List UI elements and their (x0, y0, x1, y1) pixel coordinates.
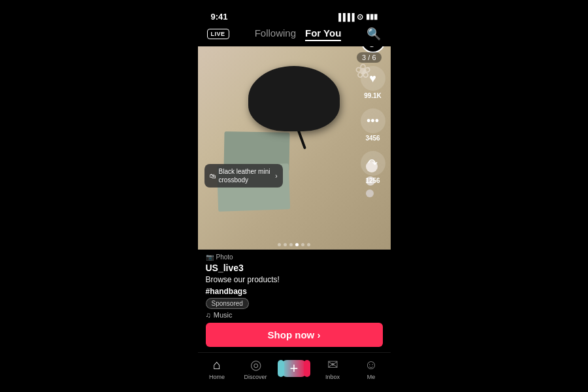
home-icon: ⌂ (213, 357, 221, 372)
music-label: ♫ Music (206, 311, 383, 319)
battery-icon: ▮▮▮ (366, 12, 378, 21)
product-tag-icon: 🛍 (210, 172, 216, 180)
inbox-icon: ✉ (327, 357, 338, 372)
nav-home[interactable]: ⌂ Home (204, 357, 230, 380)
music-icon: ♫ (206, 311, 211, 319)
dot-4 (295, 243, 299, 246)
bottom-info: 📷 Photo US_live3 Browse our products! #h… (198, 250, 391, 352)
home-label: Home (209, 374, 225, 380)
like-count: 99.1K (364, 92, 382, 99)
share-icon: ↷ (361, 151, 385, 176)
top-nav: LIVE Following For You 🔍 (198, 24, 391, 46)
nav-discover[interactable]: ◎ Discover (242, 357, 269, 380)
comment-button[interactable]: ••• 3456 (361, 108, 385, 142)
status-bar: 9:41 ▐▐▐▐ ⊙ ▮▮▮ (198, 7, 391, 24)
inbox-label: Inbox (325, 374, 340, 380)
sponsored-badge: Sponsored (206, 298, 249, 309)
status-time: 9:41 (211, 12, 228, 22)
search-icon[interactable]: 🔍 (367, 27, 381, 41)
me-label: Me (367, 374, 376, 380)
create-button[interactable]: + (282, 360, 306, 377)
signal-icon: ▐▐▐▐ (336, 13, 353, 21)
product-tag-text: Black leather mini crossbody (219, 167, 273, 184)
dot-1 (278, 243, 281, 246)
me-icon: ☺ (365, 357, 378, 372)
live-badge[interactable]: LIVE (207, 29, 229, 39)
dot-6 (307, 243, 310, 246)
comment-count: 3456 (365, 135, 380, 142)
discover-icon: ◎ (250, 357, 261, 372)
nav-inbox[interactable]: ✉ Inbox (319, 357, 346, 380)
page-indicator: 3 / 6 (357, 52, 381, 63)
dot-3 (289, 243, 293, 246)
dot-5 (301, 243, 304, 246)
wifi-icon: ⊙ (357, 12, 363, 22)
like-icon: ♥ (361, 66, 385, 91)
bag-body (248, 66, 340, 131)
video-area[interactable]: ❀ ♥ 99.1K ••• 3456 (198, 46, 391, 250)
bottom-nav: ⌂ Home ◎ Discover + ✉ Inbox ☺ Me (198, 352, 391, 385)
username[interactable]: US_live3 (206, 263, 383, 273)
product-tag[interactable]: 🛍 Black leather mini crossbody › (204, 164, 283, 188)
like-button[interactable]: ♥ 99.1K (361, 66, 385, 99)
hashtag[interactable]: #handbags (206, 287, 383, 296)
share-count: 1256 (365, 177, 380, 184)
tab-following[interactable]: Following (255, 27, 296, 41)
photo-dots (278, 243, 310, 246)
photo-label: 📷 Photo (206, 253, 383, 261)
photo-icon: 📷 (206, 253, 214, 261)
tab-for-you[interactable]: For You (305, 27, 341, 41)
comment-icon: ••• (361, 108, 385, 133)
nav-create[interactable]: + (281, 360, 307, 377)
phone-frame: 9:41 ▐▐▐▐ ⊙ ▮▮▮ LIVE Following For You 🔍… (198, 7, 391, 385)
nav-me[interactable]: ☺ Me (358, 357, 384, 380)
dot-2 (284, 243, 287, 246)
status-icons: ▐▐▐▐ ⊙ ▮▮▮ (336, 12, 377, 22)
product-tag-arrow: › (275, 172, 277, 180)
discover-label: Discover (244, 374, 267, 380)
nav-tabs: Following For You (255, 27, 342, 41)
shop-now-button[interactable]: Shop now › (206, 323, 383, 347)
share-button[interactable]: ↷ 1256 (361, 151, 385, 184)
description: Browse our products! (206, 274, 383, 286)
right-actions: ♥ 99.1K ••• 3456 ↷ 1256 (361, 46, 385, 184)
plus-icon: + (290, 360, 299, 377)
